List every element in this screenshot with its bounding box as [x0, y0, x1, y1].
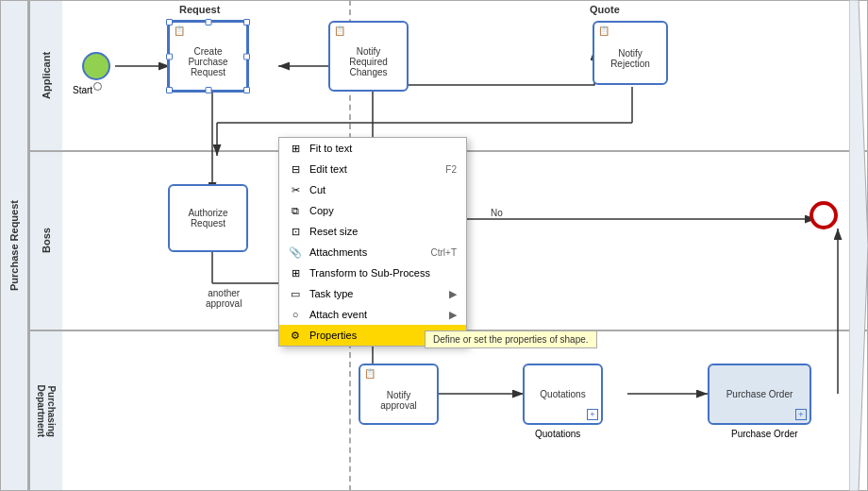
- task-type-icon: ▭: [289, 287, 302, 300]
- quotations-task[interactable]: + Quotations: [523, 364, 603, 425]
- handle-tl: [166, 19, 173, 25]
- purchase-order-marker: +: [795, 409, 807, 420]
- menu-item-fit-to-text[interactable]: ⊞ Fit to text: [279, 138, 466, 159]
- handle-mr: [243, 53, 250, 59]
- menu-item-cut[interactable]: ✂ Cut: [279, 179, 466, 200]
- svg-marker-16: [849, 0, 868, 491]
- handle-bm: [205, 87, 211, 93]
- properties-icon: ⚙: [289, 329, 302, 342]
- diagram-container: Purchase Request Applicant Boss Purchasi…: [0, 0, 868, 491]
- start-bottom-handle: [93, 82, 102, 91]
- start-label: Start: [73, 85, 92, 95]
- task-icon-notify-rejection: 📋: [598, 25, 609, 36]
- attach-event-submenu-arrow: ▶: [449, 309, 457, 321]
- task-icon-notify-approval: 📋: [364, 368, 376, 379]
- handle-bl: [166, 87, 173, 93]
- create-purchase-request-task[interactable]: 📋 Create Purchase Request: [168, 21, 248, 92]
- lane-boss-header: Boss: [29, 152, 62, 330]
- handle-tm: [205, 19, 211, 25]
- transform-icon: ⊞: [289, 266, 302, 279]
- tooltip: Define or set the properties of shape.: [425, 330, 597, 348]
- copy-icon: ⧉: [289, 204, 302, 217]
- flow-label-another-approval: anotherapproval: [206, 288, 242, 309]
- quotations-marker: +: [587, 409, 598, 420]
- reset-size-icon: ⊡: [289, 225, 302, 238]
- fit-to-text-icon: ⊞: [289, 142, 302, 155]
- cut-icon: ✂: [289, 183, 302, 196]
- notify-required-changes-task[interactable]: 📋 NotifyRequiredChanges: [328, 21, 409, 92]
- handle-ml: [166, 53, 173, 59]
- lane-applicant: Applicant: [28, 0, 868, 151]
- start-event[interactable]: [82, 52, 110, 80]
- handle-br: [243, 87, 250, 93]
- purchase-order-label: Purchase Order: [731, 429, 798, 439]
- section-request: Request: [179, 4, 220, 15]
- attach-event-icon: ○: [289, 308, 302, 321]
- menu-item-task-type[interactable]: ▭ Task type ▶: [279, 283, 466, 304]
- section-quote: Quote: [590, 4, 620, 15]
- purchase-order-task[interactable]: + Purchase Order: [708, 364, 811, 425]
- task-icon-notify-changes: 📋: [334, 25, 345, 36]
- edit-text-icon: ⊟: [289, 162, 302, 176]
- context-menu[interactable]: ⊞ Fit to text ⊟ Edit text F2 ✂ Cut ⧉ Cop…: [278, 137, 467, 347]
- pool-label: Purchase Request: [8, 200, 20, 291]
- menu-item-edit-text[interactable]: ⊟ Edit text F2: [279, 159, 466, 179]
- menu-item-attach-event[interactable]: ○ Attach event ▶: [279, 304, 466, 325]
- menu-item-reset-size[interactable]: ⊡ Reset size: [279, 221, 466, 242]
- lane-purchasing-header: PurchasingDepartment: [29, 331, 62, 490]
- lanes-area: Applicant Boss PurchasingDepartment Requ…: [28, 0, 868, 491]
- pool-header: Purchase Request: [0, 0, 28, 491]
- notify-approval-task[interactable]: 📋 Notifyapproval: [359, 364, 439, 425]
- menu-item-copy[interactable]: ⧉ Copy: [279, 200, 466, 221]
- task-icon-create: 📋: [174, 25, 185, 36]
- menu-item-attachments[interactable]: 📎 Attachments Ctrl+T: [279, 242, 466, 262]
- authorize-request-task[interactable]: AuthorizeRequest: [168, 184, 248, 252]
- attachments-icon: 📎: [289, 246, 302, 259]
- menu-item-transform[interactable]: ⊞ Transform to Sub-Process: [279, 262, 466, 283]
- quotations-label: Quotations: [535, 429, 580, 439]
- flow-label-no: No: [491, 208, 503, 218]
- end-event: [810, 201, 838, 229]
- pool-end-arrow: [849, 0, 868, 491]
- notify-rejection-task[interactable]: 📋 NotifyRejection: [593, 21, 668, 85]
- task-type-submenu-arrow: ▶: [449, 288, 457, 300]
- handle-tr: [243, 19, 250, 25]
- lane-applicant-header: Applicant: [29, 1, 62, 150]
